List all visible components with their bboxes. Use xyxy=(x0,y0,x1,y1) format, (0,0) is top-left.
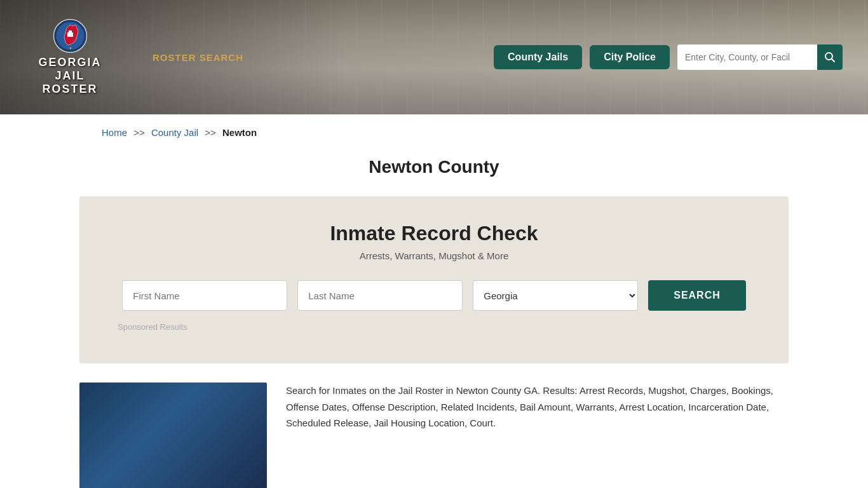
breadcrumb-home-link[interactable]: Home xyxy=(102,127,127,138)
county-jails-button[interactable]: County Jails xyxy=(494,45,582,69)
last-name-input[interactable] xyxy=(297,280,463,311)
breadcrumb-sep2: >> xyxy=(205,127,216,138)
logo-georgia-text: GEORGIA xyxy=(38,56,101,69)
inmate-search-button[interactable]: SEARCH xyxy=(648,280,746,311)
header-search-input[interactable] xyxy=(677,44,817,70)
site-logo: ★ GEORGIA JAIL ROSTER xyxy=(25,18,114,96)
inmate-search-form: AlabamaAlaskaArizonaArkansasCaliforniaCo… xyxy=(118,280,750,311)
breadcrumb-county-jail-link[interactable]: County Jail xyxy=(151,127,198,138)
logo-jail-text: JAIL xyxy=(55,69,85,83)
county-thumbnail xyxy=(79,383,267,488)
svg-text:★: ★ xyxy=(69,46,71,50)
inmate-search-subtitle: Arrests, Warrants, Mugshot & More xyxy=(118,250,750,261)
site-header: ★ GEORGIA JAIL ROSTER ROSTER SEARCH Coun… xyxy=(0,0,868,114)
description-text: Search for Inmates on the Jail Roster in… xyxy=(286,383,789,431)
svg-rect-3 xyxy=(67,32,73,37)
svg-rect-4 xyxy=(69,30,72,32)
georgia-seal-icon: ★ xyxy=(53,18,88,53)
inmate-search-title: Inmate Record Check xyxy=(118,222,750,245)
state-select[interactable]: AlabamaAlaskaArizonaArkansasCaliforniaCo… xyxy=(473,280,638,311)
breadcrumb: Home >> County Jail >> Newton xyxy=(0,114,868,151)
header-search-button[interactable] xyxy=(817,44,843,70)
sponsored-results-label: Sponsored Results xyxy=(118,322,750,332)
inmate-search-section: Inmate Record Check Arrests, Warrants, M… xyxy=(79,196,789,363)
search-icon xyxy=(824,51,836,63)
logo-roster-text: ROSTER xyxy=(42,83,97,96)
city-police-button[interactable]: City Police xyxy=(590,45,670,69)
header-search-bar xyxy=(677,44,843,70)
bottom-section: Search for Inmates on the Jail Roster in… xyxy=(0,363,868,488)
breadcrumb-sep1: >> xyxy=(133,127,145,138)
roster-search-link[interactable]: ROSTER SEARCH xyxy=(153,52,243,63)
page-title: Newton County xyxy=(0,157,868,177)
svg-line-7 xyxy=(832,59,835,62)
breadcrumb-current: Newton xyxy=(222,127,257,138)
first-name-input[interactable] xyxy=(122,280,287,311)
